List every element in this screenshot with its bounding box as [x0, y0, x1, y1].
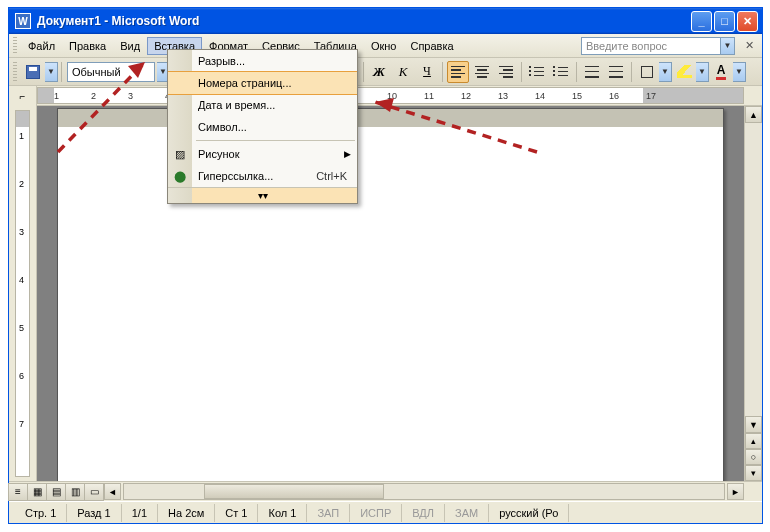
- numbered-list-button[interactable]: [526, 61, 548, 83]
- numbered-list-icon: [530, 66, 544, 78]
- status-pages: 1/1: [122, 504, 158, 522]
- reading-view-button[interactable]: ▭: [84, 483, 104, 501]
- status-language: русский (Ро: [489, 504, 569, 522]
- menu-item-break[interactable]: Разрыв...: [168, 50, 357, 72]
- formatting-toolbar: ▼ Обычный ▼ Ж К Ч ▼ ▼ A ▼: [9, 58, 762, 86]
- scroll-track[interactable]: [745, 123, 762, 416]
- close-button[interactable]: ✕: [737, 11, 758, 32]
- menu-file[interactable]: Файл: [21, 37, 62, 55]
- app-window: W Документ1 - Microsoft Word _ □ ✕ Файл …: [8, 7, 763, 524]
- align-left-icon: [451, 66, 465, 78]
- borders-icon: [641, 66, 653, 78]
- web-view-button[interactable]: ▦: [27, 483, 47, 501]
- status-col: Кол 1: [258, 504, 307, 522]
- horizontal-scroll-row: ≡ ▦ ▤ ▥ ▭ ◄ ►: [9, 481, 762, 501]
- hyperlink-icon: ⬤: [172, 168, 188, 184]
- horizontal-ruler-row: ⌐ 1234567891011121314151617: [9, 86, 762, 106]
- bulleted-list-icon: [554, 66, 568, 78]
- status-line: Ст 1: [215, 504, 258, 522]
- font-color-dropdown[interactable]: ▼: [733, 62, 746, 82]
- outline-view-button[interactable]: ▥: [65, 483, 85, 501]
- chevron-down-icon: ▾▾: [258, 190, 268, 201]
- menu-item-hyperlink[interactable]: ⬤ Гиперссылка... Ctrl+K: [168, 165, 357, 187]
- menu-item-picture[interactable]: ▨ Рисунок ▶: [168, 143, 357, 165]
- tab-selector[interactable]: ⌐: [9, 86, 37, 106]
- scroll-right-button[interactable]: ►: [727, 483, 744, 500]
- minimize-button[interactable]: _: [691, 11, 712, 32]
- italic-button[interactable]: К: [392, 61, 414, 83]
- highlight-button[interactable]: [673, 61, 695, 83]
- scroll-left-button[interactable]: ◄: [104, 483, 121, 500]
- status-page: Стр. 1: [15, 504, 67, 522]
- borders-button[interactable]: [636, 61, 658, 83]
- picture-icon: ▨: [172, 146, 188, 162]
- shortcut-label: Ctrl+K: [316, 170, 347, 182]
- print-view-button[interactable]: ▤: [46, 483, 66, 501]
- menu-item-page-numbers[interactable]: Номера страниц...: [168, 71, 357, 95]
- align-right-icon: [499, 66, 513, 78]
- vertical-ruler[interactable]: 1234567: [9, 106, 37, 481]
- menu-item-symbol[interactable]: Символ...: [168, 116, 357, 138]
- toolbar-grip[interactable]: [13, 37, 17, 55]
- underline-button[interactable]: Ч: [416, 61, 438, 83]
- font-color-button[interactable]: A: [710, 61, 732, 83]
- menu-expand-button[interactable]: ▾▾: [168, 187, 357, 203]
- scroll-down-button[interactable]: ▼: [745, 416, 762, 433]
- scroll-up-button[interactable]: ▲: [745, 106, 762, 123]
- status-ovr: ЗАМ: [445, 504, 489, 522]
- normal-view-button[interactable]: ≡: [8, 483, 28, 501]
- menu-edit[interactable]: Правка: [62, 37, 113, 55]
- insert-menu-dropdown: Разрыв... Номера страниц... Дата и время…: [167, 49, 358, 204]
- status-at: На 2см: [158, 504, 215, 522]
- menu-bar: Файл Правка Вид Вставка Формат Сервис Та…: [9, 34, 762, 58]
- underline-icon: Ч: [423, 64, 431, 79]
- status-trk: ИСПР: [350, 504, 402, 522]
- maximize-button[interactable]: □: [714, 11, 735, 32]
- title-bar: W Документ1 - Microsoft Word _ □ ✕: [9, 8, 762, 34]
- menu-view[interactable]: Вид: [113, 37, 147, 55]
- italic-icon: К: [399, 64, 408, 80]
- document-area: 1234567 ▲ ▼ ▴ ○ ▾: [9, 106, 762, 481]
- submenu-arrow-icon: ▶: [344, 149, 351, 159]
- status-section: Разд 1: [67, 504, 121, 522]
- document-page[interactable]: [57, 108, 724, 481]
- decrease-indent-icon: [585, 66, 599, 78]
- status-ext: ВДЛ: [402, 504, 445, 522]
- menu-help[interactable]: Справка: [403, 37, 460, 55]
- vertical-scrollbar[interactable]: ▲ ▼ ▴ ○ ▾: [744, 106, 762, 481]
- browse-object-button[interactable]: ○: [745, 449, 762, 465]
- scrollbar-thumb[interactable]: [204, 484, 384, 499]
- status-bar: Стр. 1 Разд 1 1/1 На 2см Ст 1 Кол 1 ЗАП …: [9, 501, 762, 523]
- prev-page-button[interactable]: ▴: [745, 433, 762, 449]
- highlight-dropdown[interactable]: ▼: [696, 62, 709, 82]
- bold-icon: Ж: [373, 64, 385, 80]
- menu-window[interactable]: Окно: [364, 37, 404, 55]
- menu-item-date-time[interactable]: Дата и время...: [168, 94, 357, 116]
- horizontal-scrollbar[interactable]: [123, 483, 725, 500]
- align-left-button[interactable]: [447, 61, 469, 83]
- borders-dropdown[interactable]: ▼: [659, 62, 672, 82]
- help-search-dropdown[interactable]: ▼: [721, 37, 735, 55]
- window-title: Документ1 - Microsoft Word: [37, 14, 689, 28]
- save-dropdown[interactable]: ▼: [45, 62, 58, 82]
- align-center-button[interactable]: [471, 61, 493, 83]
- horizontal-ruler[interactable]: 1234567891011121314151617: [37, 87, 744, 104]
- bold-button[interactable]: Ж: [368, 61, 390, 83]
- doc-close-button[interactable]: ✕: [741, 39, 758, 52]
- style-selector[interactable]: Обычный: [67, 62, 155, 82]
- save-icon: [26, 65, 40, 79]
- toolbar-grip[interactable]: [13, 62, 17, 82]
- highlight-icon: [677, 65, 692, 78]
- bulleted-list-button[interactable]: [550, 61, 572, 83]
- increase-indent-icon: [609, 66, 623, 78]
- next-page-button[interactable]: ▾: [745, 465, 762, 481]
- increase-indent-button[interactable]: [605, 61, 627, 83]
- decrease-indent-button[interactable]: [581, 61, 603, 83]
- font-color-icon: A: [716, 63, 727, 80]
- page-viewport: [37, 106, 744, 481]
- align-center-icon: [475, 66, 489, 78]
- word-app-icon: W: [15, 13, 31, 29]
- align-right-button[interactable]: [495, 61, 517, 83]
- save-button[interactable]: [22, 61, 44, 83]
- help-search-input[interactable]: Введите вопрос: [581, 37, 721, 55]
